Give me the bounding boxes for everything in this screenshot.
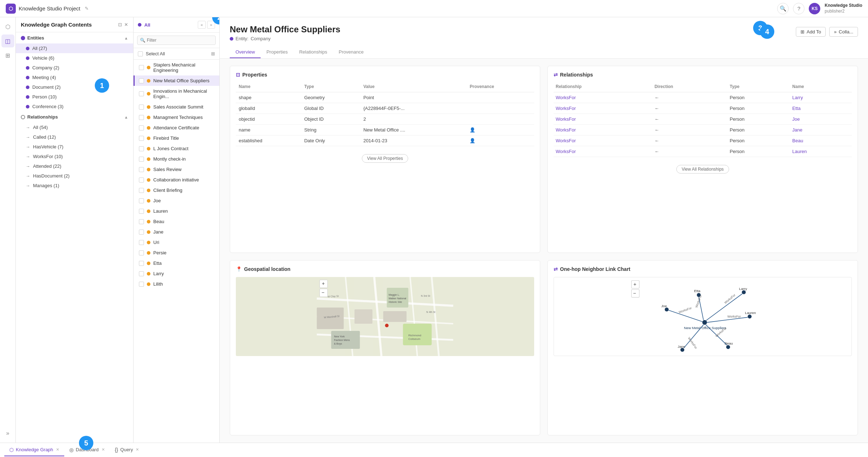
list-item-beau[interactable]: Beau [134, 216, 219, 227]
list-checkbox[interactable] [139, 198, 144, 203]
list-item-joe[interactable]: Joe [134, 195, 219, 206]
list-checkbox[interactable] [139, 282, 144, 287]
sidebar-icon-collapse[interactable]: » [1, 427, 14, 440]
middle-expand-btn[interactable]: » [207, 21, 215, 29]
query-tab-close[interactable]: ✕ [136, 447, 139, 452]
tab-overview[interactable]: Overview [230, 46, 261, 58]
expand-panel-icon[interactable]: ⊡ [118, 22, 122, 27]
list-checkbox[interactable] [139, 250, 144, 255]
list-item-larry[interactable]: Larry [134, 268, 219, 279]
list-checkbox[interactable] [139, 78, 144, 83]
list-item-staplers[interactable]: Staplers Mechanical Engineering [134, 60, 219, 75]
bottom-tab-dashboard[interactable]: ◎ Dashboard ✕ [64, 444, 110, 456]
list-item-persie[interactable]: Persie [134, 248, 219, 258]
list-item-salesreview[interactable]: Sales Review [134, 164, 219, 175]
rel-item-hasvehicle[interactable]: → HasVehicle (7) [16, 142, 133, 152]
list-checkbox[interactable] [139, 105, 144, 110]
close-panel-icon[interactable]: ✕ [124, 22, 128, 27]
entity-item-document[interactable]: Document (2) [16, 82, 133, 92]
view-all-relationships-button[interactable]: View All Relationships [676, 165, 729, 174]
rel-item-attended[interactable]: → Attended (22) [16, 161, 133, 171]
entities-collapse-icon[interactable]: ▲ [124, 36, 128, 40]
list-item-innovations[interactable]: Innovations in Mechanical Engin... [134, 86, 219, 102]
list-item-etta[interactable]: Etta [134, 258, 219, 268]
list-item-firebird[interactable]: Firebird Title [134, 133, 219, 143]
rel-name-link[interactable]: Larry [792, 95, 803, 100]
help-button[interactable]: ? [793, 3, 804, 14]
list-item-sales-summit[interactable]: Sales Associate Summit [134, 102, 219, 112]
rel-item-hasdocument[interactable]: → HasDocument (2) [16, 171, 133, 181]
list-checkbox[interactable] [139, 65, 144, 70]
tab-properties[interactable]: Properties [261, 46, 293, 58]
list-item-clientbriefing[interactable]: Client Briefing [134, 185, 219, 195]
list-checkbox[interactable] [139, 209, 144, 214]
list-checkbox[interactable] [139, 177, 144, 183]
rel-link[interactable]: WorksFor [556, 149, 576, 154]
rel-item-manages[interactable]: → Manages (1) [16, 181, 133, 190]
rel-name-link[interactable]: Joe [792, 116, 800, 122]
list-checkbox[interactable] [139, 219, 144, 224]
list-checkbox[interactable] [139, 91, 144, 96]
kg-tab-close[interactable]: ✕ [56, 447, 59, 452]
list-item-montly[interactable]: Montly check-in [134, 154, 219, 164]
list-checkbox[interactable] [139, 146, 144, 151]
rel-link[interactable]: WorksFor [556, 116, 576, 122]
list-item-lilith[interactable]: Lilith [134, 279, 219, 289]
collab-button[interactable]: » Colla... [829, 27, 858, 37]
rel-name-link[interactable]: Jane [792, 127, 802, 133]
list-item-uri[interactable]: Uri [134, 237, 219, 248]
search-button[interactable]: 🔍 [777, 3, 789, 14]
entities-section-header[interactable]: Entities ▲ [16, 32, 133, 43]
list-checkbox[interactable] [139, 230, 144, 235]
dashboard-tab-close[interactable]: ✕ [102, 447, 105, 452]
entity-item-company[interactable]: Company (2) [16, 63, 133, 73]
list-checkbox[interactable] [139, 157, 144, 162]
list-checkbox[interactable] [139, 125, 144, 130]
rel-item-all[interactable]: → All (54) [16, 123, 133, 132]
sidebar-icon-layers[interactable]: ◫ [1, 34, 14, 47]
sidebar-icon-network[interactable]: ⬡ [1, 20, 14, 33]
rel-name-link[interactable]: Lauren [792, 149, 807, 154]
edit-title-icon[interactable]: ✎ [85, 6, 89, 11]
rel-link[interactable]: WorksFor [556, 127, 576, 133]
list-item-jane[interactable]: Jane [134, 227, 219, 237]
entity-item-person[interactable]: Person (10) [16, 92, 133, 102]
bottom-tab-query[interactable]: {} Query ✕ [110, 444, 144, 456]
list-checkbox[interactable] [139, 136, 144, 141]
relationships-section-header[interactable]: Relationships ▲ [16, 111, 133, 123]
list-checkbox[interactable] [139, 240, 144, 245]
rel-item-worksfor[interactable]: → WorksFor (10) [16, 152, 133, 161]
entity-item-vehicle[interactable]: Vehicle (6) [16, 53, 133, 63]
new-entity-icon[interactable]: ⊞ [211, 51, 215, 56]
entity-item-meeting[interactable]: Meeting (4) [16, 73, 133, 82]
select-all-checkbox[interactable] [138, 51, 143, 56]
list-checkbox[interactable] [139, 115, 144, 120]
rel-link[interactable]: WorksFor [556, 95, 576, 100]
list-checkbox[interactable] [139, 188, 144, 193]
sidebar-icon-table[interactable]: ⊞ [1, 49, 14, 62]
list-item-ljones[interactable]: L Jones Contract [134, 143, 219, 154]
rel-item-called[interactable]: → Called (12) [16, 132, 133, 142]
list-item-attendance[interactable]: Attendance Certificate [134, 123, 219, 133]
rel-link[interactable]: WorksFor [556, 138, 576, 143]
entity-item-all[interactable]: All (27) [16, 43, 133, 53]
list-checkbox[interactable] [139, 271, 144, 276]
bottom-tab-knowledge-graph[interactable]: ⬡ Knowledge Graph ✕ [4, 444, 64, 456]
list-checkbox[interactable] [139, 167, 144, 172]
rel-link[interactable]: WorksFor [556, 106, 576, 111]
rel-name-link[interactable]: Etta [792, 106, 801, 111]
list-item-collab[interactable]: Collaboration initiative [134, 175, 219, 185]
tab-provenance[interactable]: Provenance [333, 46, 369, 58]
entity-item-conference[interactable]: Conference (3) [16, 102, 133, 111]
rel-collapse-icon[interactable]: ▲ [124, 115, 128, 119]
filter-input[interactable] [137, 36, 216, 45]
list-item-lauren[interactable]: Lauren [134, 206, 219, 216]
middle-collapse-btn[interactable]: « [198, 21, 206, 29]
list-item-newmetal[interactable]: New Metal Office Suppliers [134, 75, 219, 86]
view-all-properties-button[interactable]: View All Properties [362, 154, 409, 163]
list-checkbox[interactable] [139, 261, 144, 266]
list-item-managment[interactable]: Managment Techniques [134, 112, 219, 123]
rel-name-link[interactable]: Beau [792, 138, 803, 143]
tab-relationships[interactable]: Relationships [293, 46, 333, 58]
add-to-button[interactable]: ⊞ Add To [796, 27, 826, 37]
